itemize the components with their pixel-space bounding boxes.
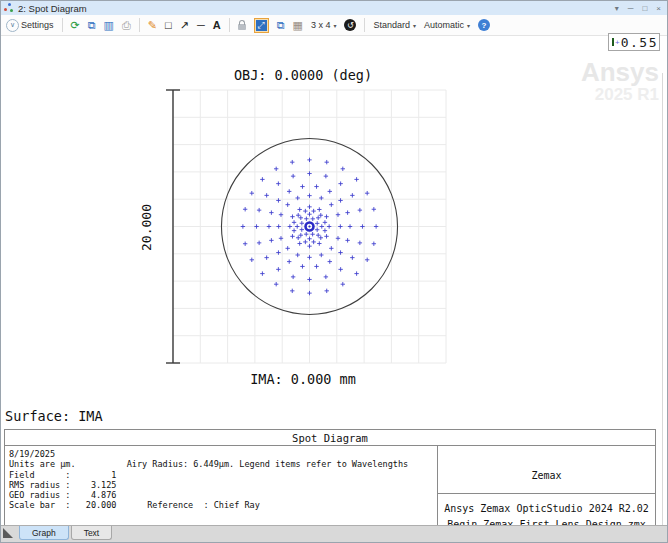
- horizontal-line-icon: ─: [197, 20, 205, 31]
- arrow-line-icon: ↗: [180, 20, 189, 31]
- right-edge-divider: [662, 73, 663, 528]
- chevron-down-icon: ▾: [467, 22, 470, 29]
- layout-dropdown[interactable]: 3 x 4 ▾: [309, 19, 339, 31]
- pencil-icon: ✎: [148, 20, 157, 31]
- tab-graph[interactable]: Graph: [19, 526, 69, 540]
- chevron-down-icon: ▾: [333, 22, 336, 29]
- fit-window-icon: ⤢: [254, 18, 269, 33]
- print-icon: ⎙: [122, 20, 131, 31]
- spot-info-table: Spot Diagram 8/19/2025 Units are µm. Air…: [4, 429, 656, 528]
- table-scale-bar: Scale bar : 20.000 Reference : Chief Ray: [9, 500, 437, 510]
- window-menu-caret[interactable]: ▾: [615, 4, 619, 13]
- table-field: Field : 1: [9, 470, 437, 480]
- close-button[interactable]: ×: [656, 4, 661, 13]
- settings-chevron-icon: ∨: [6, 19, 19, 32]
- table-units-airy: Units are µm. Airy Radius: 6.449µm. Lege…: [9, 459, 437, 469]
- automatic-dropdown-label: Automatic: [424, 20, 464, 30]
- graph-panel: + 0.55 Ansys 2025 R1 OBJ: 0.0000 (deg) 2…: [1, 37, 667, 528]
- text-tool-button[interactable]: A: [211, 19, 223, 32]
- refresh-button[interactable]: ⟳: [69, 19, 82, 32]
- chevron-down-icon: ▾: [413, 22, 416, 29]
- lock-button[interactable]: [236, 19, 248, 31]
- title-bar: 2: Spot Diagram ▾ ─ □ ×: [1, 1, 667, 15]
- table-title: Spot Diagram: [5, 430, 655, 446]
- settings-button[interactable]: ∨ Settings: [4, 18, 56, 33]
- product-brand: Zemax: [438, 470, 655, 481]
- table-left-cell: 8/19/2025 Units are µm. Airy Radius: 6.4…: [5, 446, 438, 528]
- maximize-button[interactable]: □: [642, 4, 647, 13]
- line-tool-button[interactable]: ─: [195, 19, 207, 32]
- refresh-icon: ⟳: [71, 20, 80, 31]
- airy-scale-icon: [612, 38, 614, 46]
- spot-plot-canvas[interactable]: [158, 88, 448, 365]
- standard-dropdown-label: Standard: [373, 20, 410, 30]
- toolbar: ∨ Settings ⟳ ⧉ ▥ ⎙ ✎ □ ↗ ─ A ⤢ ⧉ ▦ 3 x 4…: [1, 15, 667, 36]
- plus-icon: +: [615, 38, 620, 47]
- spot-diagram-app-icon: [4, 3, 14, 13]
- arrow-line-tool-button[interactable]: ↗: [178, 19, 191, 32]
- toolbar-separator: [62, 18, 63, 32]
- tab-text[interactable]: Text: [71, 526, 113, 540]
- window-title: 2: Spot Diagram: [18, 3, 87, 14]
- automatic-dropdown[interactable]: Automatic ▾: [422, 19, 472, 31]
- plot-x-label: IMA: 0.000 mm: [158, 371, 448, 387]
- plot-title: OBJ: 0.0000 (deg): [158, 67, 448, 83]
- watermark-brand: Ansys: [581, 59, 659, 86]
- reset-zoom-icon: ↺: [344, 19, 356, 31]
- save-image-button[interactable]: ▥: [102, 19, 116, 32]
- reset-zoom-button[interactable]: ↺: [342, 18, 358, 32]
- scale-bar-label: 20.000: [139, 197, 154, 259]
- tab-text-label: Text: [84, 528, 100, 538]
- table-product-cell: Zemax Ansys Zemax OpticStudio 2024 R2.02: [438, 446, 655, 494]
- help-icon: ?: [478, 19, 490, 31]
- settings-label: Settings: [21, 20, 54, 30]
- text-tool-icon: A: [213, 20, 221, 31]
- table-right-column: Zemax Ansys Zemax OpticStudio 2024 R2.02…: [438, 446, 655, 528]
- copy-icon: ⧉: [88, 20, 96, 31]
- table-rms-radius: RMS radius : 3.125: [9, 480, 437, 490]
- lock-icon: [238, 24, 246, 30]
- clone-window-button[interactable]: ⧉: [275, 19, 287, 32]
- save-image-icon: ▥: [104, 20, 114, 31]
- slide-show-icon: ▦: [293, 20, 303, 31]
- ansys-watermark: Ansys 2025 R1: [581, 59, 659, 103]
- toolbar-separator: [139, 18, 140, 32]
- tab-corner-icon: [3, 528, 13, 538]
- standard-dropdown[interactable]: Standard ▾: [371, 19, 418, 31]
- clone-window-icon: ⧉: [277, 20, 285, 31]
- tab-graph-label: Graph: [32, 528, 56, 538]
- table-geo-radius: GEO radius : 4.876: [9, 490, 437, 500]
- surface-label: Surface: IMA: [5, 408, 103, 424]
- scale-readout-value: 0.55: [621, 35, 658, 50]
- layout-value: 3 x 4: [311, 20, 331, 30]
- spot-diagram-window: { "window": { "title": "2: Spot Diagram"…: [0, 0, 668, 543]
- print-button[interactable]: ⎙: [120, 19, 133, 32]
- bottom-tab-bar: Graph Text: [1, 525, 667, 542]
- fit-window-button[interactable]: ⤢: [252, 17, 271, 34]
- pencil-tool-button[interactable]: ✎: [146, 19, 159, 32]
- table-date: 8/19/2025: [9, 449, 437, 459]
- rectangle-icon: □: [165, 20, 172, 31]
- copy-button[interactable]: ⧉: [86, 19, 98, 32]
- scale-readout[interactable]: + 0.55: [608, 33, 660, 51]
- slide-show-button[interactable]: ▦: [291, 19, 305, 32]
- watermark-version: 2025 R1: [581, 86, 659, 103]
- toolbar-separator: [229, 18, 230, 32]
- minimize-button[interactable]: ─: [628, 4, 634, 13]
- toolbar-separator: [364, 18, 365, 32]
- rectangle-tool-button[interactable]: □: [163, 19, 174, 32]
- help-button[interactable]: ?: [476, 18, 492, 32]
